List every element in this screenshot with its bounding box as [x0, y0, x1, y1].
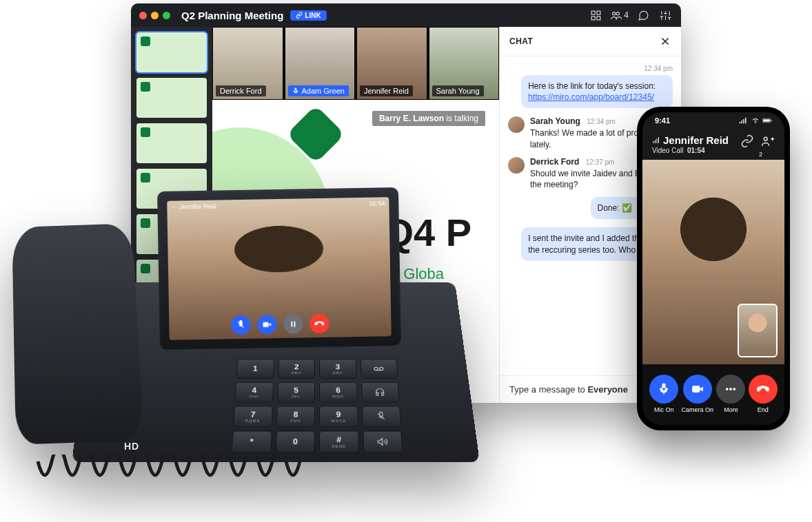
participant-tile[interactable]: Sarah Young: [429, 27, 500, 100]
desk-phone-keypad: 12ABC3DEF4GHI5JKL6MNO7PQRS8TUV9WXYZ*0#SE…: [231, 359, 403, 452]
mobile-status-bar: 9:41: [642, 116, 784, 125]
desk-phone-screen-bezel: ← Jennifer Reid 01:54: [157, 187, 401, 350]
mobile-call-header: Jennifer Reid Video Call 01:54 2: [642, 132, 784, 160]
chat-msg-text: Here is the link for today's session:: [528, 81, 656, 91]
traffic-lights: [139, 12, 170, 19]
layout-grid-icon[interactable]: [588, 8, 603, 23]
participants-icon[interactable]: 4: [610, 8, 629, 23]
chat-header: CHAT: [500, 27, 681, 56]
participant-video-row: Derrick Ford Adam Green Jennifer Reid Sa…: [212, 27, 499, 100]
meeting-title: Q2 Planning Meeting: [181, 10, 283, 21]
svg-point-12: [730, 388, 732, 390]
desk-phone-call-time: 01:54: [369, 200, 385, 207]
add-participant-icon[interactable]: 2: [761, 134, 775, 148]
desk-phone-caller-name: ← Jennifer Reid: [171, 203, 216, 211]
chat-icon[interactable]: [636, 8, 651, 23]
svg-rect-2: [591, 16, 595, 19]
chat-timestamp: 12:37 pm: [586, 158, 615, 166]
svg-point-9: [764, 137, 767, 140]
settings-sliders-icon[interactable]: [658, 8, 673, 23]
keypad-key-3[interactable]: 3DEF: [319, 359, 356, 378]
keypad-key-5[interactable]: 5JKL: [277, 382, 315, 402]
hd-badge: HD: [124, 441, 139, 452]
slide-thumbnail[interactable]: [136, 78, 207, 118]
chat-header-label: CHAT: [509, 36, 533, 46]
svg-point-4: [613, 12, 616, 14]
keypad-key-9[interactable]: 9WXYZ: [319, 406, 358, 428]
mic-mute-button[interactable]: [231, 315, 250, 335]
more-options-button[interactable]: More: [716, 375, 745, 413]
chat-input-placeholder-pre: Type a message to: [509, 384, 587, 395]
avatar: [508, 116, 525, 133]
speaker-key[interactable]: [363, 431, 403, 453]
window-titlebar: Q2 Planning Meeting LINK 4: [131, 3, 681, 27]
svg-rect-8: [771, 120, 771, 121]
video-button[interactable]: [257, 315, 276, 334]
end-call-button[interactable]: End: [749, 375, 778, 413]
keypad-key-6[interactable]: 6MNO: [319, 382, 357, 402]
svg-rect-0: [591, 11, 595, 14]
signal-icon: [739, 117, 749, 124]
speaking-indicator: Barry E. Lawson is talking: [372, 111, 485, 126]
svg-rect-3: [597, 16, 600, 19]
headset-key[interactable]: [361, 382, 399, 402]
participant-count-badge: 2: [759, 151, 762, 158]
svg-point-13: [733, 388, 735, 390]
signal-bars-icon: [652, 136, 660, 145]
participant-name-label: Jennifer Reid: [364, 87, 409, 95]
pause-button[interactable]: [283, 314, 303, 333]
close-chat-button[interactable]: [659, 35, 671, 48]
speaking-suffix: is talking: [446, 114, 478, 123]
wifi-icon: [751, 117, 760, 124]
mobile-remote-video: [642, 160, 784, 364]
svg-point-17: [374, 367, 378, 370]
keypad-key-4[interactable]: 4GHI: [234, 382, 273, 402]
avatar: [508, 157, 525, 174]
mobile-caller-name: Jennifer Reid: [652, 134, 733, 146]
hangup-button[interactable]: [309, 314, 329, 333]
btn-label: Camera On: [682, 406, 714, 413]
keypad-key-1[interactable]: 1: [236, 359, 274, 378]
mobile-call-controls: Mic On Camera On More End: [642, 364, 784, 425]
svg-rect-10: [692, 386, 700, 393]
participant-tile[interactable]: Adam Green: [285, 27, 356, 100]
mic-toggle-button[interactable]: Mic On: [649, 375, 678, 413]
phone-cord: [34, 455, 324, 496]
svg-point-11: [727, 388, 729, 390]
keypad-key-#[interactable]: #SEND: [319, 431, 359, 453]
minimize-window-button[interactable]: [151, 12, 159, 19]
chat-author: Derrick Ford: [530, 157, 579, 167]
participant-tile[interactable]: Derrick Ford: [212, 27, 283, 100]
participant-tile[interactable]: Jennifer Reid: [356, 27, 427, 100]
mobile-self-video[interactable]: [738, 304, 778, 357]
copy-link-icon[interactable]: [740, 134, 754, 148]
chat-input-target: Everyone: [587, 384, 628, 395]
chat-msg-text: Done: ✅: [598, 203, 632, 213]
participants-count: 4: [624, 10, 629, 20]
keypad-key-7[interactable]: 7PQRS: [233, 406, 273, 428]
slide-thumbnail[interactable]: [136, 123, 207, 163]
slide-thumbnail[interactable]: [136, 32, 207, 72]
camera-toggle-button[interactable]: Camera On: [682, 375, 714, 413]
phone-handset[interactable]: [12, 223, 143, 444]
btn-label: More: [724, 406, 738, 413]
svg-rect-1: [597, 11, 600, 14]
mobile-call-subtitle: Video Call 01:54: [652, 147, 733, 154]
mobile-screen: 9:41 Jennifer Reid Video Call 01:54: [642, 112, 784, 425]
keypad-key-2[interactable]: 2ABC: [278, 359, 315, 378]
svg-rect-16: [294, 322, 296, 327]
copy-link-button[interactable]: LINK: [290, 10, 326, 21]
maximize-window-button[interactable]: [163, 12, 170, 19]
keypad-key-*[interactable]: *: [231, 431, 272, 453]
link-badge-label: LINK: [305, 12, 321, 19]
keypad-key-8[interactable]: 8TUV: [276, 406, 315, 428]
svg-rect-7: [763, 119, 770, 121]
keypad-key-0[interactable]: 0: [275, 431, 315, 453]
mobile-status-icons: [739, 116, 772, 125]
mute-key[interactable]: [362, 406, 402, 428]
desk-phone-screen[interactable]: ← Jennifer Reid 01:54: [167, 197, 391, 340]
participant-name-label: Sarah Young: [436, 87, 480, 95]
voicemail-key[interactable]: [360, 359, 398, 378]
chat-link[interactable]: https://miro.com/app/board/12345/: [528, 92, 654, 102]
close-window-button[interactable]: [139, 12, 147, 19]
